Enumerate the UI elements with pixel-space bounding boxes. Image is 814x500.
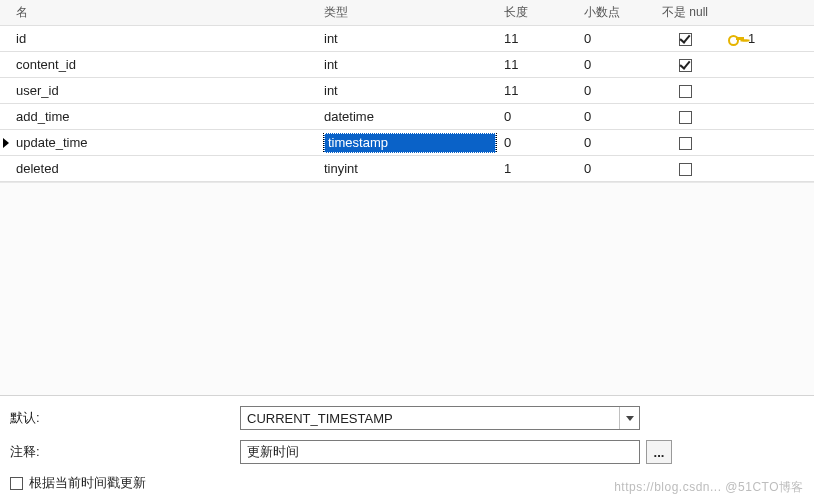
table-row[interactable]: deletedtinyint10 bbox=[0, 156, 814, 182]
table-row[interactable]: update_timetimestamp00 bbox=[0, 130, 814, 156]
cell-name[interactable]: id bbox=[12, 31, 320, 46]
cell-type-editor[interactable]: timestamp bbox=[324, 133, 496, 153]
chevron-down-icon bbox=[626, 416, 634, 421]
cell-key[interactable]: 1 bbox=[720, 31, 790, 46]
current-row-icon bbox=[3, 138, 9, 148]
cell-type[interactable]: int bbox=[320, 57, 500, 72]
cell-length[interactable]: 0 bbox=[500, 109, 580, 124]
comment-label: 注释: bbox=[10, 443, 240, 461]
default-label: 默认: bbox=[10, 409, 240, 427]
cell-decimal[interactable]: 0 bbox=[580, 31, 650, 46]
comment-value: 更新时间 bbox=[247, 443, 299, 461]
grid-empty-area[interactable] bbox=[0, 182, 814, 395]
cell-type[interactable]: timestamp bbox=[320, 133, 500, 153]
notnull-checkbox[interactable] bbox=[679, 33, 692, 46]
default-dropdown-button[interactable] bbox=[619, 407, 639, 429]
grid-header-row: 名 类型 长度 小数点 不是 null bbox=[0, 0, 814, 26]
header-length[interactable]: 长度 bbox=[500, 4, 580, 21]
column-detail-pane: 默认: CURRENT_TIMESTAMP 注释: 更新时间 ... 根据当前时… bbox=[0, 395, 814, 500]
cell-length[interactable]: 0 bbox=[500, 135, 580, 150]
cell-length[interactable]: 11 bbox=[500, 31, 580, 46]
cell-type[interactable]: datetime bbox=[320, 109, 500, 124]
notnull-checkbox[interactable] bbox=[679, 111, 692, 124]
cell-decimal[interactable]: 0 bbox=[580, 161, 650, 176]
cell-type[interactable]: tinyint bbox=[320, 161, 500, 176]
cell-notnull[interactable] bbox=[650, 83, 720, 98]
cell-name[interactable]: content_id bbox=[12, 57, 320, 72]
table-row[interactable]: content_idint110 bbox=[0, 52, 814, 78]
comment-input[interactable]: 更新时间 bbox=[240, 440, 640, 464]
cell-type[interactable]: int bbox=[320, 31, 500, 46]
cell-name[interactable]: user_id bbox=[12, 83, 320, 98]
table-row[interactable]: user_idint110 bbox=[0, 78, 814, 104]
notnull-checkbox[interactable] bbox=[679, 137, 692, 150]
header-name[interactable]: 名 bbox=[12, 4, 320, 21]
cell-type[interactable]: int bbox=[320, 83, 500, 98]
notnull-checkbox[interactable] bbox=[679, 163, 692, 176]
on-update-checkbox[interactable] bbox=[10, 477, 23, 490]
cell-notnull[interactable] bbox=[650, 109, 720, 124]
cell-decimal[interactable]: 0 bbox=[580, 83, 650, 98]
cell-decimal[interactable]: 0 bbox=[580, 135, 650, 150]
cell-name[interactable]: add_time bbox=[12, 109, 320, 124]
header-type[interactable]: 类型 bbox=[320, 4, 500, 21]
default-select[interactable]: CURRENT_TIMESTAMP bbox=[240, 406, 640, 430]
cell-notnull[interactable] bbox=[650, 31, 720, 46]
table-row[interactable]: add_timedatetime00 bbox=[0, 104, 814, 130]
cell-name[interactable]: update_time bbox=[12, 135, 320, 150]
notnull-checkbox[interactable] bbox=[679, 85, 692, 98]
columns-grid: 名 类型 长度 小数点 不是 null idint1101content_idi… bbox=[0, 0, 814, 182]
primary-key-number: 1 bbox=[748, 31, 755, 46]
cell-decimal[interactable]: 0 bbox=[580, 109, 650, 124]
comment-expand-button[interactable]: ... bbox=[646, 440, 672, 464]
cell-length[interactable]: 11 bbox=[500, 57, 580, 72]
cell-notnull[interactable] bbox=[650, 161, 720, 176]
row-indicator bbox=[0, 138, 12, 148]
notnull-checkbox[interactable] bbox=[679, 59, 692, 72]
on-update-label: 根据当前时间戳更新 bbox=[29, 474, 146, 492]
header-decimal[interactable]: 小数点 bbox=[580, 4, 650, 21]
primary-key-icon bbox=[728, 33, 744, 45]
cell-length[interactable]: 11 bbox=[500, 83, 580, 98]
cell-decimal[interactable]: 0 bbox=[580, 57, 650, 72]
header-notnull[interactable]: 不是 null bbox=[650, 4, 720, 21]
ellipsis-icon: ... bbox=[654, 445, 665, 460]
default-value: CURRENT_TIMESTAMP bbox=[241, 411, 619, 426]
cell-length[interactable]: 1 bbox=[500, 161, 580, 176]
cell-name[interactable]: deleted bbox=[12, 161, 320, 176]
cell-notnull[interactable] bbox=[650, 135, 720, 150]
table-row[interactable]: idint1101 bbox=[0, 26, 814, 52]
cell-notnull[interactable] bbox=[650, 57, 720, 72]
